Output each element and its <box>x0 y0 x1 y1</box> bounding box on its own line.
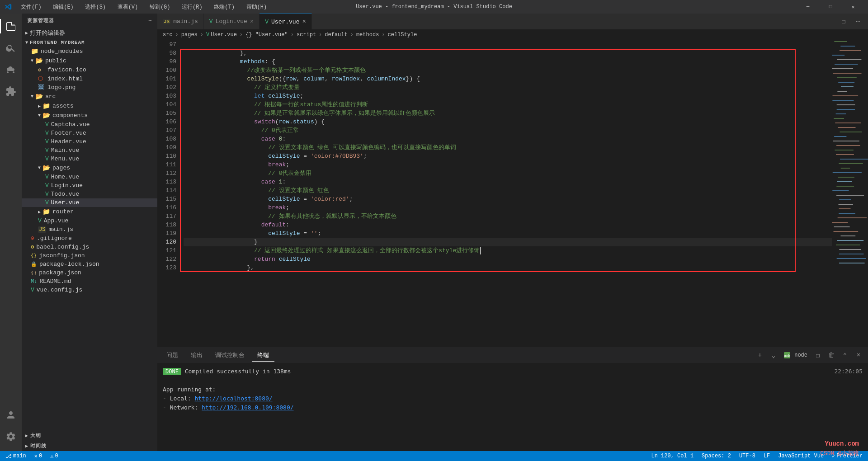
code-line-108: // 设置文本颜色 绿色 可以直接写颜色编码，也可以直接写颜色的单词 <box>184 135 832 143</box>
breadcrumb-script[interactable]: script <box>297 32 316 38</box>
tab-login-vue[interactable]: V Login.vue × <box>204 14 259 29</box>
tree-footer-vue[interactable]: V Footer.vue <box>22 129 157 137</box>
title-bar: 文件(F) 编辑(E) 选择(S) 查看(V) 转到(G) 运行(R) 终端(T… <box>0 0 868 14</box>
menu-select[interactable]: 选择(S) <box>81 3 109 11</box>
breadcrumb-pages[interactable]: pages <box>181 32 198 38</box>
more-actions-button[interactable]: ⋯ <box>852 15 864 28</box>
timeline-section[interactable]: ▶ 时间线 <box>22 441 157 451</box>
activity-explorer[interactable] <box>0 15 22 37</box>
language-status[interactable]: JavaScript Vue <box>776 453 826 459</box>
minimize-button[interactable]: ─ <box>797 0 818 14</box>
sidebar-more-icon[interactable]: ⋯ <box>148 18 152 24</box>
tab-user-vue[interactable]: V User.vue × <box>259 14 312 29</box>
tree-logo-png[interactable]: 🖼 logo.png <box>22 83 157 92</box>
open-editors-chevron: ▶ <box>25 30 28 36</box>
split-terminal-button[interactable]: ❐ <box>812 349 824 361</box>
tree-vue-config-js[interactable]: V vue.config.js <box>22 286 157 294</box>
new-terminal-button[interactable]: + <box>754 349 766 361</box>
tab-close-icon[interactable]: × <box>302 18 306 25</box>
activity-account[interactable] <box>0 404 22 426</box>
tree-router[interactable]: ▶ 📁 router <box>22 207 157 216</box>
vue-icon: V <box>45 199 49 206</box>
tab-close-icon[interactable]: × <box>250 18 254 25</box>
tree-node-modules[interactable]: 📁 node_modules <box>22 47 157 56</box>
terminal-app-running: App running at: <box>163 385 863 394</box>
terminal-local-url[interactable]: http://localhost:8080/ <box>194 395 272 402</box>
menu-view[interactable]: 查看(V) <box>114 3 142 11</box>
tree-readme[interactable]: M↓ README.md <box>22 277 157 286</box>
activity-settings[interactable] <box>0 426 22 447</box>
tree-package-json[interactable]: {} package.json <box>22 268 157 277</box>
tree-assets[interactable]: ▶ 📁 assets <box>22 101 157 111</box>
tree-todo-vue[interactable]: V Todo.vue <box>22 190 157 198</box>
tree-user-vue[interactable]: V User.vue <box>22 198 157 207</box>
tree-captcha-vue[interactable]: V Captcha.vue <box>22 120 157 129</box>
eol-status[interactable]: LF <box>762 453 772 459</box>
panel-tab-debug[interactable]: 调试控制台 <box>210 349 250 361</box>
breadcrumb-methods[interactable]: methods <box>356 32 379 38</box>
tree-components[interactable]: ▼ 📂 components <box>22 111 157 120</box>
tree-favicon[interactable]: ⚙ favicon.ico <box>22 66 157 74</box>
code-editor[interactable]: 97 98 99 100 101 102 103 104 105 106 107… <box>157 40 868 347</box>
tree-index-html[interactable]: ⬡ index.html <box>22 74 157 83</box>
menu-goto[interactable]: 转到(G) <box>146 3 174 11</box>
maximize-button[interactable]: □ <box>820 0 841 14</box>
timeline-chevron: ▶ <box>25 443 28 449</box>
cursor-position[interactable]: Ln 120, Col 1 <box>649 453 695 459</box>
folder-open-icon: 📂 <box>42 112 50 119</box>
terminal-network-url[interactable]: http://192.168.0.109:8080/ <box>202 404 294 411</box>
tree-public[interactable]: ▼ 📂 public <box>22 56 157 66</box>
open-editors-section[interactable]: ▶ 打开的编辑器 <box>22 28 157 38</box>
indent-status[interactable]: Spaces: 2 <box>700 453 733 459</box>
tree-main-vue[interactable]: V Main.vue <box>22 146 157 155</box>
code-content[interactable]: }, methods: { //改变表格某一列或者某一个单元格文本颜色 cell… <box>180 40 832 347</box>
panel-tab-terminal[interactable]: 终端 <box>252 349 274 362</box>
tree-babel-config[interactable]: ⚙ babel.config.js <box>22 243 157 251</box>
maximize-panel-button[interactable]: ⌃ <box>839 349 851 361</box>
activity-search[interactable] <box>0 37 22 59</box>
menu-help[interactable]: 帮助(H) <box>243 3 271 11</box>
git-branch-status[interactable]: ⎇ main <box>4 453 28 460</box>
activity-source-control[interactable] <box>0 59 22 80</box>
activity-extensions[interactable] <box>0 80 22 102</box>
terminal-content[interactable]: DONE Compiled successfully in 138ms 22:2… <box>157 363 868 451</box>
breadcrumb-default[interactable]: default <box>325 32 347 38</box>
tree-pages[interactable]: ▼ 📂 pages <box>22 163 157 173</box>
panel-tab-output[interactable]: 输出 <box>185 349 208 361</box>
menu-terminal[interactable]: 终端(T) <box>210 3 238 11</box>
line-num-100: 100 <box>157 66 176 75</box>
tree-package-lock-json[interactable]: 🔒 package-lock.json <box>22 260 157 268</box>
sidebar-file-tree[interactable]: ▶ 打开的编辑器 ▼ FRONTEND_MYDREAM 📁 node_modul… <box>22 28 157 430</box>
tree-menu-vue[interactable]: V Menu.vue <box>22 155 157 163</box>
tree-login-vue[interactable]: V Login.vue <box>22 181 157 190</box>
menu-run[interactable]: 运行(R) <box>178 3 206 11</box>
line-num-112: 112 <box>157 169 176 178</box>
close-panel-button[interactable]: × <box>853 349 864 361</box>
breadcrumb-uservue-obj[interactable]: {} "User.vue" <box>245 32 288 38</box>
tree-header-vue[interactable]: V Header.vue <box>22 137 157 146</box>
panel-tab-problems[interactable]: 问题 <box>161 349 184 361</box>
breadcrumb-cellstyle[interactable]: cellStyle <box>388 32 417 38</box>
breadcrumb-uservue-file[interactable]: V User.vue <box>206 32 237 38</box>
tree-app-vue[interactable]: V App.vue <box>22 216 157 225</box>
svg-text:node: node <box>784 354 790 358</box>
error-count[interactable]: ✕ 0 <box>33 453 44 460</box>
root-section[interactable]: ▼ FRONTEND_MYDREAM <box>22 38 157 47</box>
warning-count[interactable]: ⚠ 0 <box>48 453 60 460</box>
vue-icon: V <box>45 121 49 128</box>
tree-main-js[interactable]: JS main.js <box>22 225 157 234</box>
split-editor-button[interactable]: ❐ <box>837 15 850 28</box>
tab-main-js[interactable]: JS main.js <box>157 14 204 29</box>
tree-home-vue[interactable]: V Home.vue <box>22 173 157 181</box>
tree-jsconfig-json[interactable]: {} jsconfig.json <box>22 251 157 260</box>
menu-file[interactable]: 文件(F) <box>17 3 45 11</box>
tree-src[interactable]: ▼ 📂 src <box>22 92 157 101</box>
trash-terminal-button[interactable]: 🗑 <box>826 349 837 361</box>
outline-section[interactable]: ▶ 大纲 <box>22 430 157 441</box>
encoding-status[interactable]: UTF-8 <box>737 453 757 459</box>
menu-edit[interactable]: 编辑(E) <box>49 3 77 11</box>
close-button[interactable]: ✕ <box>843 0 863 14</box>
tree-gitignore[interactable]: ⊙ .gitignore <box>22 234 157 243</box>
terminal-dropdown-button[interactable]: ⌄ <box>768 349 779 361</box>
breadcrumb-src[interactable]: src <box>163 32 173 38</box>
